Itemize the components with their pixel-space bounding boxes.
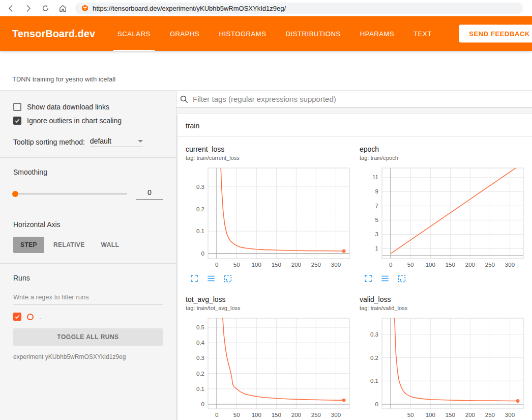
svg-text:100: 100: [252, 412, 261, 418]
svg-text:0.1: 0.1: [370, 378, 378, 384]
ignore-outliers-label: Ignore outliers in chart scaling: [27, 117, 122, 125]
svg-text:50: 50: [407, 412, 414, 418]
divider: [0, 263, 176, 264]
page: https://tensorboard.dev/experiment/yKUbh…: [0, 0, 532, 420]
chart-tag: tag: train/tot_avg_loss: [186, 305, 353, 311]
svg-text:9: 9: [375, 188, 378, 194]
svg-text:250: 250: [485, 412, 495, 418]
svg-text:0: 0: [389, 262, 392, 268]
home-icon[interactable]: [58, 4, 67, 13]
svg-text:150: 150: [272, 412, 281, 418]
experiment-description-bar: TDNN training for yesno with icefall: [0, 51, 532, 91]
svg-text:0: 0: [215, 412, 218, 418]
scalar-line-chart[interactable]: 00.10.20.30.40.5050100150200250300: [186, 315, 353, 420]
tab-scalars[interactable]: SCALARS: [116, 16, 152, 51]
forward-icon[interactable]: [23, 4, 33, 13]
slider-thumb[interactable]: [12, 191, 18, 197]
chart-title: current_loss: [186, 145, 353, 153]
data-view-icon[interactable]: [206, 274, 216, 283]
divider: [0, 210, 176, 210]
tooltip-sorting-value: default: [90, 137, 111, 145]
tooltip-sorting-row: Tooltip sorting method: default: [13, 137, 163, 147]
content: Show data download links Ignore outliers…: [0, 91, 532, 420]
address-bar[interactable]: https://tensorboard.dev/experiment/yKUbh…: [75, 3, 523, 14]
chart-tag: tag: train/epoch: [360, 155, 527, 161]
axis-wall-button[interactable]: WALL: [94, 237, 127, 253]
chart-toolbar: [186, 274, 353, 283]
experiment-id: experiment yKUbhb5wRmOSXYkId1z9eg: [13, 353, 163, 360]
tab-distributions[interactable]: DISTRIBUTIONS: [285, 16, 342, 51]
section-title-train[interactable]: train: [178, 114, 532, 137]
filter-tags-input[interactable]: [193, 95, 532, 103]
svg-text:50: 50: [233, 262, 240, 268]
svg-text:150: 150: [446, 262, 455, 268]
chart-title: epoch: [360, 145, 527, 153]
svg-text:300: 300: [505, 262, 515, 268]
fit-domain-icon[interactable]: [223, 274, 232, 283]
runs-filter-input[interactable]: [13, 291, 163, 304]
smoothing-value-field[interactable]: 0: [136, 188, 163, 200]
settings-sidebar: Show data download links Ignore outliers…: [0, 91, 176, 420]
scalar-line-chart[interactable]: 1357911050100150200250300: [360, 165, 527, 270]
charts-grid: current_loss tag: train/current_loss 00.…: [178, 137, 532, 420]
svg-text:0.4: 0.4: [196, 340, 205, 346]
run-row[interactable]: .: [13, 313, 163, 321]
scalar-line-chart[interactable]: 00.10.20.3050100150200250300: [186, 165, 353, 270]
data-view-icon[interactable]: [380, 274, 390, 283]
svg-text:200: 200: [465, 412, 475, 418]
expand-chart-icon[interactable]: [190, 274, 199, 283]
tab-hparams[interactable]: HPARAMS: [359, 16, 396, 51]
tab-histograms[interactable]: HISTOGRAMS: [218, 16, 267, 51]
tab-graphs[interactable]: GRAPHS: [169, 16, 201, 51]
ignore-outliers-row[interactable]: Ignore outliers in chart scaling: [13, 117, 163, 125]
show-download-links-checkbox[interactable]: [13, 103, 21, 111]
svg-text:0.2: 0.2: [370, 355, 378, 361]
chart-card-current-loss: current_loss tag: train/current_loss 00.…: [186, 145, 353, 283]
tooltip-sorting-label: Tooltip sorting method:: [13, 138, 85, 146]
smoothing-label: Smoothing: [13, 168, 163, 176]
reload-icon[interactable]: [41, 4, 50, 13]
app-header: TensorBoard.dev SCALARS GRAPHS HISTOGRAM…: [0, 16, 532, 51]
fit-domain-icon[interactable]: [397, 274, 406, 283]
svg-text:5: 5: [375, 217, 378, 223]
expand-chart-icon[interactable]: [364, 274, 373, 283]
chart-tag: tag: train/valid_loss: [360, 305, 527, 311]
axis-step-button[interactable]: STEP: [13, 237, 44, 253]
svg-text:0: 0: [215, 262, 218, 268]
tab-text[interactable]: TEXT: [412, 16, 433, 51]
browser-toolbar: https://tensorboard.dev/experiment/yKUbh…: [0, 0, 532, 16]
svg-text:200: 200: [291, 262, 301, 268]
show-download-links-label: Show data download links: [27, 103, 109, 111]
url-text: https://tensorboard.dev/experiment/yKUbh…: [93, 5, 286, 12]
nav-tabs: SCALARS GRAPHS HISTOGRAMS DISTRIBUTIONS …: [116, 16, 433, 51]
toggle-all-runs-button[interactable]: TOGGLE ALL RUNS: [13, 328, 163, 346]
svg-text:250: 250: [485, 262, 495, 268]
svg-text:100: 100: [426, 262, 435, 268]
svg-text:50: 50: [407, 262, 414, 268]
chart-card-tot-avg-loss: tot_avg_loss tag: train/tot_avg_loss 00.…: [186, 295, 353, 420]
run-checkbox[interactable]: [13, 313, 21, 321]
search-icon: [180, 95, 189, 104]
tooltip-sorting-select[interactable]: default: [90, 137, 143, 147]
svg-text:300: 300: [331, 262, 341, 268]
main-panel: train current_loss tag: train/current_lo…: [176, 91, 532, 420]
back-icon[interactable]: [6, 4, 15, 13]
send-feedback-button[interactable]: SEND FEEDBACK: [459, 25, 532, 43]
svg-text:100: 100: [426, 412, 435, 418]
ignore-outliers-checkbox[interactable]: [13, 117, 21, 125]
axis-relative-button[interactable]: RELATIVE: [46, 237, 92, 253]
scalar-line-chart[interactable]: 00.10.20.350100150200250300: [360, 315, 527, 420]
horizontal-axis-buttons: STEP RELATIVE WALL: [13, 237, 163, 253]
svg-text:0.3: 0.3: [196, 184, 204, 190]
smoothing-slider[interactable]: [13, 193, 127, 194]
chart-toolbar: [360, 274, 527, 283]
chart-title: tot_avg_loss: [186, 295, 353, 303]
show-download-links-row[interactable]: Show data download links: [13, 103, 163, 111]
svg-text:50: 50: [233, 412, 240, 418]
filter-tags-row: [176, 91, 532, 108]
svg-text:0.5: 0.5: [196, 324, 204, 330]
svg-text:0: 0: [375, 401, 378, 407]
app-title: TensorBoard.dev: [12, 28, 95, 40]
svg-text:1: 1: [375, 245, 378, 251]
svg-text:3: 3: [375, 231, 378, 237]
